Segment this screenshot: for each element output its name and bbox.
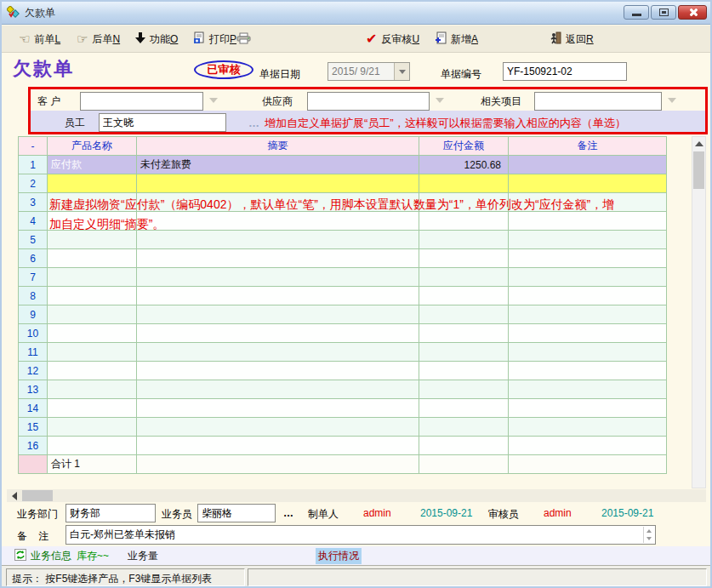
row-number-cell[interactable]: 7 <box>19 268 48 287</box>
grid-cell[interactable] <box>48 268 137 287</box>
grid-cell[interactable] <box>419 362 509 380</box>
grid-cell[interactable] <box>48 249 137 268</box>
grid-cell[interactable] <box>137 437 419 455</box>
grid-cell[interactable] <box>48 287 137 305</box>
return-button[interactable]: 返回R <box>547 30 597 49</box>
grid-cell[interactable] <box>509 437 667 455</box>
business-volume-link[interactable]: 业务量 <box>128 549 158 563</box>
grid-cell[interactable] <box>419 268 509 287</box>
grid-cell[interactable] <box>509 156 667 174</box>
row-number-cell[interactable]: 6 <box>19 249 48 268</box>
row-number-cell[interactable]: 5 <box>19 231 48 249</box>
grid-cell[interactable] <box>48 305 137 324</box>
h-scrollbar[interactable] <box>7 489 706 502</box>
v-scrollbar[interactable] <box>692 136 706 488</box>
grid-cell[interactable] <box>509 268 667 287</box>
grid-cell[interactable] <box>419 324 509 343</box>
business-info-link[interactable]: 业务信息 <box>31 549 71 563</box>
row-number-cell[interactable]: 4 <box>19 212 48 231</box>
add-new-button[interactable]: 新增A <box>431 30 481 49</box>
grid-cell[interactable] <box>48 418 137 437</box>
grid-cell[interactable]: 应付款 <box>48 156 137 174</box>
column-header[interactable]: 产品名称 <box>48 137 137 156</box>
grid-cell[interactable] <box>509 324 667 343</box>
grid-cell[interactable] <box>137 324 419 343</box>
grid-cell[interactable] <box>419 174 509 193</box>
v-scroll-thumb[interactable] <box>693 151 704 189</box>
row-number-cell[interactable]: 3 <box>19 193 48 212</box>
combo-arrow-button[interactable] <box>394 63 409 80</box>
scroll-left-button[interactable] <box>9 490 20 501</box>
stock-link[interactable]: 库存~~ <box>77 549 109 563</box>
grid-cell[interactable] <box>509 418 667 437</box>
close-button[interactable] <box>678 5 707 20</box>
grid-cell[interactable] <box>509 399 667 418</box>
prev-doc-button[interactable]: ☜ 前单L <box>15 30 64 49</box>
functions-button[interactable]: 功能O <box>132 30 181 49</box>
grid-cell[interactable] <box>419 343 509 362</box>
grid-cell[interactable] <box>48 437 137 455</box>
grid-cell[interactable] <box>509 343 667 362</box>
grid-cell[interactable]: 1250.68 <box>419 156 509 174</box>
grid-cell[interactable] <box>419 380 509 399</box>
grid-cell[interactable] <box>48 343 137 362</box>
grid-cell[interactable] <box>48 399 137 418</box>
grid-cell[interactable] <box>48 380 137 399</box>
dropdown-arrow-icon[interactable] <box>668 98 676 103</box>
row-number-cell[interactable]: 10 <box>19 324 48 343</box>
grid-cell[interactable] <box>137 174 419 193</box>
grid-cell[interactable] <box>419 305 509 324</box>
column-header[interactable]: - <box>19 137 48 156</box>
grid-cell[interactable] <box>48 324 137 343</box>
doc-date-combo[interactable]: 2015/ 9/21 <box>328 62 410 81</box>
printer-button[interactable] <box>233 30 254 49</box>
grid-cell[interactable] <box>509 174 667 193</box>
project-input[interactable] <box>534 92 662 111</box>
dropdown-arrow-icon[interactable] <box>209 98 218 103</box>
h-scroll-thumb[interactable] <box>22 490 53 501</box>
grid-cell[interactable] <box>137 268 419 287</box>
grid-cell[interactable] <box>137 362 419 380</box>
employee-input[interactable] <box>99 113 226 132</box>
minimize-button[interactable] <box>624 5 649 20</box>
remark-spinner[interactable] <box>643 527 654 543</box>
dept-input[interactable] <box>66 504 156 522</box>
supplier-input[interactable] <box>307 92 430 111</box>
column-header[interactable]: 备注 <box>509 137 667 156</box>
grid-cell[interactable] <box>48 174 137 193</box>
grid-cell[interactable] <box>137 343 419 362</box>
ellipsis-icon[interactable]: … <box>283 507 293 519</box>
next-doc-button[interactable]: ☞ 后单N <box>73 30 123 49</box>
grid-cell[interactable] <box>509 305 667 324</box>
doc-no-input[interactable] <box>503 62 627 81</box>
grid-cell[interactable] <box>137 418 419 437</box>
grid-cell[interactable] <box>419 437 509 455</box>
grid-cell[interactable] <box>509 362 667 380</box>
execution-status-link[interactable]: 执行情况 <box>316 548 362 564</box>
row-number-cell[interactable]: 2 <box>19 174 48 193</box>
grid-cell[interactable] <box>419 249 509 268</box>
grid-cell[interactable] <box>137 305 419 324</box>
grid-cell[interactable] <box>509 380 667 399</box>
row-number-cell[interactable]: 8 <box>19 287 48 305</box>
row-number-cell[interactable]: 16 <box>19 437 48 455</box>
grid-cell[interactable] <box>137 380 419 399</box>
column-header[interactable]: 摘要 <box>137 137 419 156</box>
remark-input[interactable] <box>66 525 656 545</box>
grid-cell[interactable]: 未付差旅费 <box>137 156 419 174</box>
grid-cell[interactable] <box>137 249 419 268</box>
grid-cell[interactable] <box>48 362 137 380</box>
row-number-cell[interactable]: 9 <box>19 305 48 324</box>
dropdown-arrow-icon[interactable] <box>436 98 444 103</box>
row-number-cell[interactable]: 13 <box>19 380 48 399</box>
scroll-up-button[interactable] <box>692 137 705 151</box>
column-header[interactable]: 应付金额 <box>419 137 509 156</box>
grid-cell[interactable] <box>419 418 509 437</box>
customer-input[interactable] <box>80 92 203 111</box>
row-number-cell[interactable]: 11 <box>19 343 48 362</box>
row-number-cell[interactable]: 12 <box>19 362 48 380</box>
grid-cell[interactable] <box>509 249 667 268</box>
row-number-cell[interactable]: 14 <box>19 399 48 418</box>
grid-cell[interactable] <box>137 287 419 305</box>
unaudit-button[interactable]: ✔ 反审核U <box>362 30 423 49</box>
